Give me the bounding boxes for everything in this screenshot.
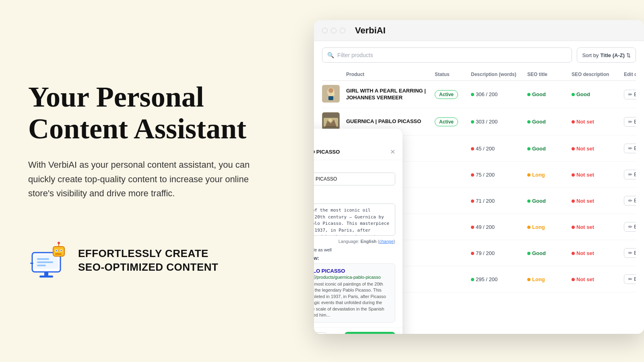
col-seo-title: SEO title [527, 72, 572, 77]
hero-title: Your Personal Content Assistant [28, 81, 274, 145]
well-done-indicator: ● Well done! [314, 187, 395, 192]
edit-button-4[interactable]: ✏ Edit ⋮ [624, 170, 636, 179]
language-indicator: Language: English (change) [339, 239, 395, 244]
svg-rect-7 [53, 247, 64, 256]
page-title-label: Page title: [314, 165, 395, 171]
desc-words-2: 303 / 200 [471, 119, 527, 125]
browser-brand: VerbiAI [355, 25, 386, 36]
edit-1[interactable]: ✏ Edit ⋮ [624, 90, 636, 99]
desc-words-4: 75 / 200 [471, 172, 527, 178]
edit-button-1[interactable]: ✏ Edit ⋮ [624, 90, 636, 99]
bottom-cta: EFFORTLESSLY CREATE SEO-OPTIMIZED CONTEN… [28, 241, 274, 281]
seo-title-4: Long [527, 172, 572, 178]
seo-desc-6: Not set [572, 224, 624, 230]
browser-window: VerbiAI 🔍 Filter products Sort by Title … [314, 20, 644, 334]
traffic-lights [322, 28, 345, 33]
col-edit: Edit content [624, 72, 636, 77]
edit-button-5[interactable]: ✏ Edit ⋮ [624, 196, 636, 206]
search-preview-label: Search results preview: [314, 255, 395, 261]
meta-desc-label: Meta description: [314, 196, 395, 202]
seo-title-8: Long [527, 276, 572, 282]
edit-button-8[interactable]: ✏ Edit ⋮ [624, 274, 636, 284]
edit-8[interactable]: ✏ Edit ⋮ [624, 274, 636, 284]
svg-point-20 [332, 93, 334, 96]
edit-button-7[interactable]: ✏ Edit ⋮ [624, 248, 636, 258]
modal-body: Page title: ● Well done! Meta descriptio… [314, 160, 402, 327]
edit-6[interactable]: ✏ Edit ⋮ [624, 222, 636, 232]
edit-button-2[interactable]: ✏ Edit ⋮ [624, 117, 636, 127]
seo-title-5: Good [527, 198, 572, 204]
language-value: English [361, 239, 377, 244]
desc-words-5: 71 / 200 [471, 198, 527, 204]
modal-traffic-lights [314, 129, 402, 142]
col-description: Description (words) [471, 72, 527, 77]
seo-title-7: Good [527, 250, 572, 256]
status-badge-2: Active [435, 117, 458, 126]
product-name-2: GUERNICA | PABLO PICASSO [346, 118, 435, 125]
col-product: Product [346, 72, 435, 77]
cta-line1: EFFORTLESSLY CREATE [78, 247, 219, 261]
save-publish-button[interactable]: Save & Publish [345, 332, 395, 334]
seo-desc-4: Not set [572, 172, 624, 178]
close-icon[interactable]: ✕ [390, 148, 395, 156]
seo-desc-2: Not set [572, 119, 624, 125]
svg-point-10 [56, 250, 57, 251]
col-thumb [322, 72, 346, 77]
left-panel: Your Personal Content Assistant With Ver… [0, 0, 302, 362]
char-count-row: 0 / 156 characters Language: English (ch… [314, 239, 395, 244]
cta-text-block: EFFORTLESSLY CREATE SEO-OPTIMIZED CONTEN… [78, 247, 219, 274]
edit-4[interactable]: ✏ Edit ⋮ [624, 170, 636, 179]
edit-7[interactable]: ✏ Edit ⋮ [624, 248, 636, 258]
right-panel: VerbiAI 🔍 Filter products Sort by Title … [302, 0, 644, 362]
search-preview-box: GUERNICA | PABLO PICASSO https://■■■■■■■… [314, 263, 395, 323]
seo-desc-8: Not set [572, 276, 624, 282]
preview-url: https://■■■■■■■■■■■■/products/guernica-p… [314, 275, 390, 280]
generate-meta-tags-button[interactable]: ✨ Generate Meta Tags [314, 332, 327, 334]
status-1: Active [435, 90, 471, 99]
change-language-link[interactable]: change [379, 239, 394, 244]
svg-rect-3 [37, 261, 53, 263]
svg-rect-12 [55, 253, 62, 255]
edit-3[interactable]: ✏ Edit ⋮ [624, 144, 636, 153]
svg-point-14 [58, 242, 60, 244]
girl-pearl-earring-image [322, 85, 340, 103]
seo-desc-3: Not set [572, 146, 624, 152]
search-placeholder: Filter products [337, 52, 373, 58]
product-thumbnail [322, 85, 346, 104]
seo-title-6: Long [527, 224, 572, 230]
url-checkbox-row: Suggest a URL handle as well [314, 247, 395, 252]
seo-desc-dot-2 [572, 120, 575, 123]
traffic-light-maximize [340, 28, 345, 33]
desc-words-6: 49 / 200 [471, 224, 527, 230]
svg-rect-2 [37, 258, 49, 260]
preview-desc: Introducing one of the most iconic oil p… [314, 281, 390, 318]
product-thumbnail-2 [322, 112, 346, 131]
edit-button-6[interactable]: ✏ Edit ⋮ [624, 222, 636, 232]
search-box[interactable]: 🔍 Filter products [322, 47, 572, 63]
product-name-1: GIRL WITH A PEARL EARRING | JOHANNES VER… [346, 88, 435, 101]
seo-title-dot-2 [527, 120, 530, 123]
sort-select[interactable]: Sort by Title (A-Z) ⇅ [577, 47, 636, 63]
modal-header: GUERNICA | PABLO PICASSO ✕ [314, 142, 402, 160]
edit-button-3[interactable]: ✏ Edit ⋮ [624, 144, 636, 153]
desc-dot-2 [471, 120, 474, 123]
url-checkbox-label: Suggest a URL handle as well [314, 247, 332, 252]
svg-rect-4 [37, 265, 46, 266]
meta-desc-textarea[interactable]: Introducing one of the most iconic oil p… [314, 204, 395, 236]
filter-bar: 🔍 Filter products Sort by Title (A-Z) ⇅ [322, 47, 636, 63]
svg-rect-6 [39, 276, 53, 278]
svg-point-26 [328, 119, 332, 122]
seo-title-2: Good [527, 119, 572, 125]
traffic-light-minimize [331, 28, 336, 33]
desc-words-1: 306 / 200 [471, 91, 527, 97]
modal-title: GUERNICA | PABLO PICASSO [314, 149, 340, 155]
sort-value: Title (A-Z) [601, 52, 625, 58]
page-title-input[interactable] [314, 173, 395, 185]
edit-2[interactable]: ✏ Edit ⋮ [624, 117, 636, 127]
edit-5[interactable]: ✏ Edit ⋮ [624, 196, 636, 206]
seo-desc-5: Not set [572, 198, 624, 204]
seo-desc-dot-1 [572, 93, 575, 96]
traffic-light-close [322, 28, 328, 33]
sort-label: Sort by [582, 52, 599, 58]
sort-chevron-icon: ⇅ [626, 52, 631, 58]
